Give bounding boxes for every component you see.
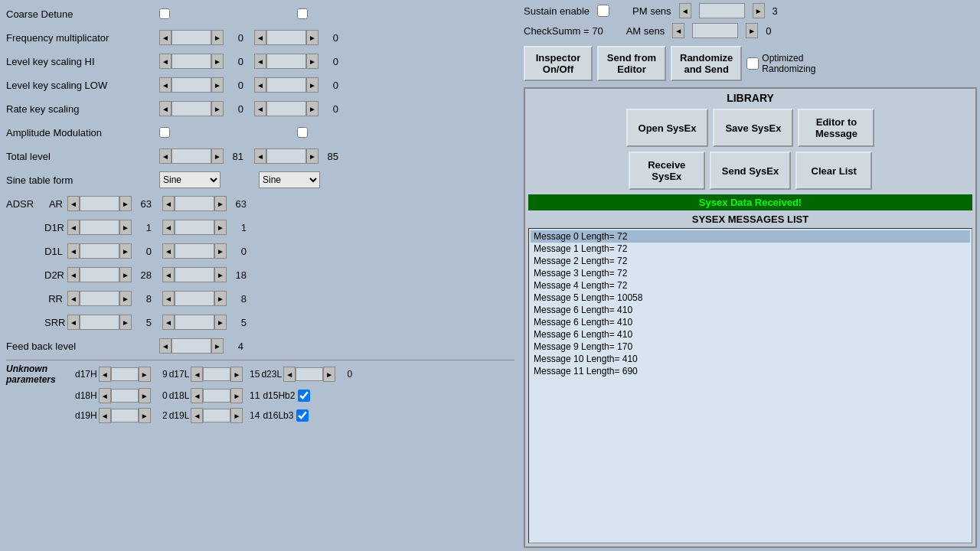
rk-right2[interactable]: ► bbox=[306, 101, 318, 116]
d17l-right[interactable]: ► bbox=[230, 367, 243, 382]
rk-left1[interactable]: ◄ bbox=[159, 101, 172, 116]
d17l-left[interactable]: ◄ bbox=[191, 367, 203, 382]
inspector-button[interactable]: InspectorOn/Off bbox=[524, 46, 593, 81]
d1r-left2[interactable]: ◄ bbox=[162, 220, 175, 235]
d19h-left[interactable]: ◄ bbox=[99, 408, 111, 423]
lkl-right2[interactable]: ► bbox=[306, 77, 318, 93]
d19l-left[interactable]: ◄ bbox=[191, 408, 203, 423]
list-item[interactable]: Message 9 Length= 170 bbox=[531, 341, 970, 353]
d18l-right[interactable]: ► bbox=[230, 388, 243, 403]
lkl-right1[interactable]: ► bbox=[211, 77, 224, 93]
lkh-left2[interactable]: ◄ bbox=[254, 54, 266, 69]
d1r-right2[interactable]: ► bbox=[214, 220, 227, 235]
d2r-right2[interactable]: ► bbox=[214, 267, 227, 282]
lkh-right1[interactable]: ► bbox=[211, 54, 224, 69]
d1l-left1[interactable]: ◄ bbox=[67, 243, 80, 259]
d2r-right1[interactable]: ► bbox=[119, 267, 132, 282]
freq-mult-left1[interactable]: ◄ bbox=[159, 30, 172, 45]
tl-left1[interactable]: ◄ bbox=[159, 148, 172, 164]
rk-right1[interactable]: ► bbox=[211, 101, 224, 116]
ar-right1[interactable]: ► bbox=[119, 196, 132, 211]
pm-right[interactable]: ► bbox=[753, 3, 765, 18]
am-left[interactable]: ◄ bbox=[672, 23, 684, 38]
srr-left1[interactable]: ◄ bbox=[67, 315, 80, 330]
editor-to-message-button[interactable]: Editor toMessage bbox=[798, 109, 874, 147]
rr-left1[interactable]: ◄ bbox=[67, 291, 80, 306]
coarse-detune-check2[interactable] bbox=[297, 8, 358, 19]
freq-mult-left2[interactable]: ◄ bbox=[254, 30, 266, 45]
srr-right2[interactable]: ► bbox=[214, 315, 227, 330]
list-item[interactable]: Message 11 Length= 690 bbox=[531, 365, 970, 377]
lkh-left1[interactable]: ◄ bbox=[159, 54, 172, 69]
coarse-detune-check1[interactable] bbox=[159, 8, 220, 19]
sine-select2[interactable]: Sine bbox=[259, 171, 320, 188]
save-sysex-button[interactable]: Save SysEx bbox=[713, 109, 793, 147]
list-item[interactable]: Message 6 Length= 410 bbox=[531, 304, 970, 316]
lkl-left1[interactable]: ◄ bbox=[159, 77, 172, 93]
pm-track bbox=[699, 3, 745, 18]
list-item[interactable]: Message 6 Length= 410 bbox=[531, 328, 970, 341]
list-item[interactable]: Message 2 Length= 72 bbox=[531, 255, 970, 267]
d17h-right[interactable]: ► bbox=[139, 367, 151, 382]
send-from-editor-button[interactable]: Send fromEditor bbox=[597, 46, 666, 81]
sine-dropdown1[interactable]: Sine bbox=[159, 171, 220, 188]
tl-right1[interactable]: ► bbox=[211, 148, 224, 164]
amp-mod-check1[interactable] bbox=[159, 127, 220, 138]
d18h-left[interactable]: ◄ bbox=[99, 388, 111, 403]
ar-left1[interactable]: ◄ bbox=[67, 196, 80, 211]
sysex-messages-list[interactable]: Message 0 Length= 72 Message 1 Length= 7… bbox=[528, 228, 972, 543]
rk-left2[interactable]: ◄ bbox=[254, 101, 266, 116]
srr-left2[interactable]: ◄ bbox=[162, 315, 175, 330]
pm-left[interactable]: ◄ bbox=[679, 3, 691, 18]
rr-right1[interactable]: ► bbox=[119, 291, 132, 306]
open-sysex-button[interactable]: Open SysEx bbox=[626, 109, 709, 147]
list-item[interactable]: Message 4 Length= 72 bbox=[531, 279, 970, 292]
freq-mult-right1[interactable]: ► bbox=[211, 30, 224, 45]
d16lb3-check[interactable] bbox=[296, 409, 309, 422]
send-sysex-button[interactable]: Send SysEx bbox=[710, 152, 791, 190]
d17h-left[interactable]: ◄ bbox=[99, 367, 111, 382]
library-title: LIBRARY bbox=[528, 92, 972, 104]
fb-left1[interactable]: ◄ bbox=[159, 338, 172, 354]
sustain-checkbox[interactable] bbox=[597, 5, 609, 17]
tl-right2[interactable]: ► bbox=[306, 148, 318, 164]
list-item[interactable]: Message 0 Length= 72 bbox=[531, 230, 970, 243]
d1r-right1[interactable]: ► bbox=[119, 220, 132, 235]
ar-right2[interactable]: ► bbox=[214, 196, 227, 211]
lkh-right2[interactable]: ► bbox=[306, 54, 318, 69]
list-item[interactable]: Message 1 Length= 72 bbox=[531, 243, 970, 255]
d23l-right[interactable]: ► bbox=[323, 367, 335, 382]
d1r-left1[interactable]: ◄ bbox=[67, 220, 80, 235]
clear-list-button[interactable]: Clear List bbox=[795, 152, 872, 190]
randomize-button[interactable]: Randomizeand Send bbox=[671, 46, 742, 81]
d19l-right[interactable]: ► bbox=[230, 408, 243, 423]
d2r-left1[interactable]: ◄ bbox=[67, 267, 80, 282]
rr-left2[interactable]: ◄ bbox=[162, 291, 175, 306]
freq-mult-right2[interactable]: ► bbox=[306, 30, 318, 45]
d19h-right[interactable]: ► bbox=[139, 408, 151, 423]
d18l-left[interactable]: ◄ bbox=[191, 388, 203, 403]
am-right[interactable]: ► bbox=[746, 23, 758, 38]
d1l-right1[interactable]: ► bbox=[119, 243, 132, 259]
opt-rand-checkbox[interactable] bbox=[746, 57, 759, 70]
d18h-right[interactable]: ► bbox=[139, 388, 151, 403]
lkl-left2[interactable]: ◄ bbox=[254, 77, 266, 93]
ar-left2[interactable]: ◄ bbox=[162, 196, 175, 211]
receive-sysex-button[interactable]: ReceiveSysEx bbox=[629, 152, 705, 190]
srr-right1[interactable]: ► bbox=[119, 315, 132, 330]
d1l-left2[interactable]: ◄ bbox=[162, 243, 175, 259]
tl-left2[interactable]: ◄ bbox=[254, 148, 266, 164]
fb-right1[interactable]: ► bbox=[211, 338, 224, 354]
list-item[interactable]: Message 5 Length= 10058 bbox=[531, 292, 970, 304]
list-item[interactable]: Message 6 Length= 410 bbox=[531, 316, 970, 328]
rr-right2[interactable]: ► bbox=[214, 291, 227, 306]
list-item[interactable]: Message 10 Length= 410 bbox=[531, 353, 970, 365]
sine-select1[interactable]: Sine bbox=[159, 171, 220, 188]
d1l-right2[interactable]: ► bbox=[214, 243, 227, 259]
d15hb2-check[interactable] bbox=[298, 390, 310, 402]
list-item[interactable]: Message 3 Length= 72 bbox=[531, 267, 970, 279]
d2r-left2[interactable]: ◄ bbox=[162, 267, 175, 282]
amp-mod-check2[interactable] bbox=[297, 127, 358, 138]
sine-dropdown2[interactable]: Sine bbox=[259, 171, 320, 188]
d23l-left[interactable]: ◄ bbox=[283, 367, 296, 382]
